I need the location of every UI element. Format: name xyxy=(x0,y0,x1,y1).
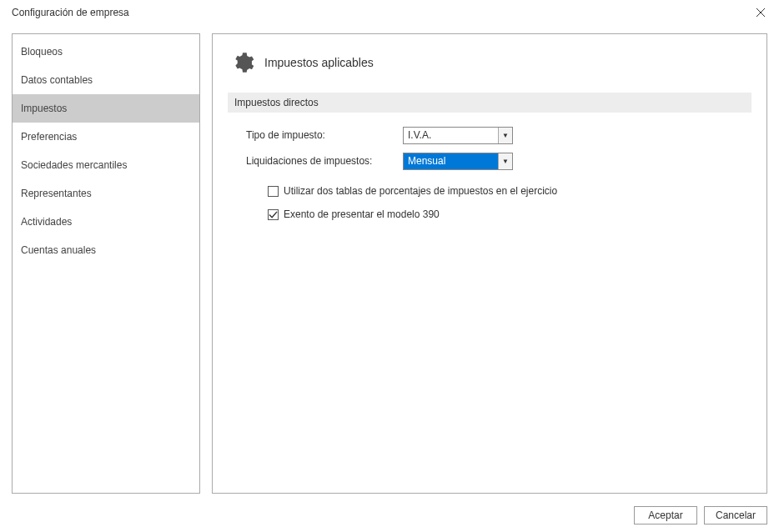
gear-icon xyxy=(231,51,254,74)
titlebar: Configuración de empresa xyxy=(0,0,779,25)
liquidaciones-combo[interactable]: Mensual ▼ xyxy=(403,153,513,170)
button-bar: Aceptar Cancelar xyxy=(0,499,779,532)
cancel-button[interactable]: Cancelar xyxy=(704,506,767,524)
form-area: Tipo de impuesto: I.V.A. ▼ Liquidaciones… xyxy=(228,126,751,223)
sidebar-item-sociedades-mercantiles[interactable]: Sociedades mercantiles xyxy=(13,151,199,179)
form-row-tipo-impuesto: Tipo de impuesto: I.V.A. ▼ xyxy=(246,126,751,144)
liquidaciones-label: Liquidaciones de impuestos: xyxy=(246,155,403,167)
sidebar-item-bloqueos[interactable]: Bloqueos xyxy=(13,38,199,66)
section-header: Impuestos directos xyxy=(228,93,751,113)
panel-title: Impuestos aplicables xyxy=(264,56,374,69)
sidebar-item-datos-contables[interactable]: Datos contables xyxy=(13,66,199,94)
dos-tablas-label[interactable]: Utilizar dos tablas de porcentajes de im… xyxy=(284,185,557,197)
liquidaciones-value: Mensual xyxy=(404,153,498,169)
sidebar-item-cuentas-anuales[interactable]: Cuentas anuales xyxy=(13,236,199,264)
content-panel: Impuestos aplicables Impuestos directos … xyxy=(212,33,767,494)
sidebar-item-label: Representantes xyxy=(21,188,92,199)
exento-390-label[interactable]: Exento de presentar el modelo 390 xyxy=(284,208,440,220)
chevron-down-icon: ▼ xyxy=(498,128,512,143)
tipo-impuesto-value: I.V.A. xyxy=(404,128,498,143)
window-title: Configuración de empresa xyxy=(12,7,129,18)
checkbox-row-exento-390: Exento de presentar el modelo 390 xyxy=(246,206,751,223)
dos-tablas-checkbox[interactable] xyxy=(268,186,279,197)
sidebar-item-preferencias[interactable]: Preferencias xyxy=(13,123,199,151)
sidebar: Bloqueos Datos contables Impuestos Prefe… xyxy=(12,33,200,494)
dialog-window: Configuración de empresa Bloqueos Datos … xyxy=(0,0,779,532)
sidebar-item-representantes[interactable]: Representantes xyxy=(13,179,199,208)
accept-button[interactable]: Aceptar xyxy=(634,506,697,524)
close-button[interactable] xyxy=(751,3,771,23)
sidebar-item-label: Sociedades mercantiles xyxy=(21,159,127,171)
sidebar-item-label: Impuestos xyxy=(21,103,67,114)
sidebar-item-label: Cuentas anuales xyxy=(21,244,96,256)
main-area: Bloqueos Datos contables Impuestos Prefe… xyxy=(0,25,779,499)
sidebar-item-label: Datos contables xyxy=(21,74,93,86)
form-row-liquidaciones: Liquidaciones de impuestos: Mensual ▼ xyxy=(246,152,751,170)
checkbox-row-dos-tablas: Utilizar dos tablas de porcentajes de im… xyxy=(246,183,751,199)
sidebar-item-impuestos[interactable]: Impuestos xyxy=(13,94,199,123)
close-icon xyxy=(756,8,765,17)
sidebar-item-actividades[interactable]: Actividades xyxy=(13,208,199,236)
tipo-impuesto-label: Tipo de impuesto: xyxy=(246,129,403,141)
exento-390-checkbox[interactable] xyxy=(268,209,279,220)
sidebar-item-label: Preferencias xyxy=(21,131,77,143)
sidebar-item-label: Bloqueos xyxy=(21,46,63,58)
tipo-impuesto-combo[interactable]: I.V.A. ▼ xyxy=(403,127,513,144)
chevron-down-icon: ▼ xyxy=(498,153,512,169)
check-icon xyxy=(269,210,278,219)
panel-header: Impuestos aplicables xyxy=(231,51,751,74)
sidebar-item-label: Actividades xyxy=(21,216,72,228)
